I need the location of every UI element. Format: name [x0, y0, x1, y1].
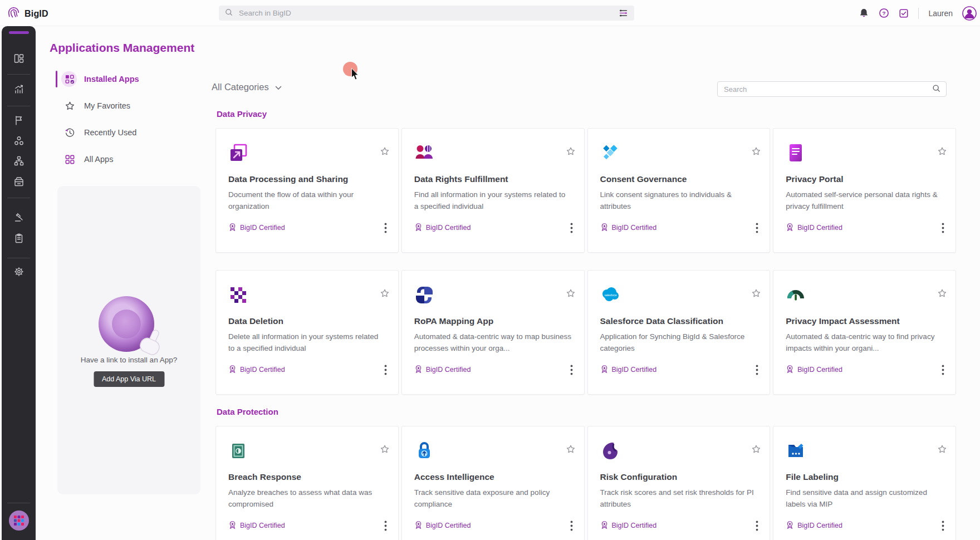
analytics-icon[interactable]: [13, 84, 24, 95]
favorite-star-icon[interactable]: [751, 146, 761, 156]
favorite-star-icon[interactable]: [751, 444, 761, 454]
favorite-star-icon[interactable]: [380, 444, 390, 454]
app-card[interactable]: Access IntelligenceTrack sensitive data …: [401, 426, 585, 540]
category-filter-label: All Categories: [212, 82, 269, 92]
app-card[interactable]: Data Processing and SharingDocument the …: [215, 128, 399, 253]
gavel-icon[interactable]: [13, 212, 24, 223]
install-prompt-text: Have a link to install an App?: [57, 356, 200, 364]
kebab-menu-icon[interactable]: [382, 222, 389, 237]
hierarchy-icon[interactable]: [13, 155, 24, 166]
apps-search-input[interactable]: [723, 85, 932, 94]
favorite-star-icon[interactable]: [566, 444, 576, 454]
ropa-mapping-icon: [414, 285, 434, 305]
favorite-star-icon[interactable]: [380, 146, 390, 156]
cluster-icon[interactable]: [13, 135, 24, 146]
app-card[interactable]: File LabelingFind sensitive data and ass…: [773, 426, 956, 540]
kebab-menu-icon[interactable]: [753, 519, 761, 534]
app-title: Data Rights Fulfillment: [414, 174, 574, 184]
app-title: Consent Governance: [600, 174, 760, 184]
sidebar-divider: [7, 503, 30, 503]
app-card[interactable]: Consent GovernanceLink consent signature…: [587, 128, 771, 253]
app-card[interactable]: Risk ConfigurationTrack risk scores and …: [587, 426, 771, 540]
certified-medal-icon: [228, 521, 237, 531]
notifications-bell-icon[interactable]: [859, 8, 869, 18]
certified-label: BigID Certified: [612, 224, 657, 232]
kebab-menu-icon[interactable]: [753, 364, 761, 379]
app-card[interactable]: salesforceSalesforce Data Classification…: [587, 270, 771, 395]
install-app-panel: Have a link to install an App? Add App V…: [57, 186, 200, 494]
filter-sliders-icon[interactable]: [619, 9, 629, 17]
kebab-menu-icon[interactable]: [568, 222, 575, 237]
add-app-via-url-button[interactable]: Add App Via URL: [94, 371, 164, 387]
app-card[interactable]: Data DeletionDelete all information in y…: [215, 270, 399, 395]
app-card[interactable]: Privacy Impact AssessmentAutomated & dat…: [773, 270, 956, 395]
kebab-menu-icon[interactable]: [568, 364, 575, 379]
kebab-menu-icon[interactable]: [382, 364, 389, 379]
favorite-star-icon[interactable]: [751, 288, 761, 298]
global-search-input[interactable]: [238, 8, 619, 18]
kebab-menu-icon[interactable]: [382, 519, 389, 534]
app-title: Privacy Portal: [786, 174, 945, 184]
sidebar-divider: [7, 106, 30, 106]
certified-medal-icon: [228, 365, 237, 375]
app-card-grid: Data Processing and SharingDocument the …: [215, 128, 956, 395]
tasks-icon[interactable]: [899, 8, 909, 18]
app-card[interactable]: Breach ResponseAnalyze breaches to asses…: [215, 426, 399, 540]
nav-item-all-apps[interactable]: All Apps: [56, 146, 196, 173]
archive-icon[interactable]: [13, 176, 24, 187]
kebab-menu-icon[interactable]: [568, 519, 575, 534]
topbar: BigID ? Lauren: [0, 0, 980, 26]
favorite-star-icon[interactable]: [566, 288, 576, 298]
app-card[interactable]: RoPA Mapping AppAutomated & data-centric…: [401, 270, 585, 395]
favorite-star-icon[interactable]: [937, 146, 947, 156]
certified-medal-icon: [786, 223, 794, 233]
user-avatar[interactable]: [962, 6, 977, 21]
app-description: Link consent signatures to individuals &…: [600, 189, 758, 213]
settings-icon[interactable]: [13, 266, 24, 277]
installed-apps-icon: [63, 73, 76, 85]
global-search[interactable]: [219, 6, 634, 21]
apps-search-box[interactable]: [717, 81, 947, 97]
app-card[interactable]: Privacy PortalAutomated self-service per…: [773, 128, 956, 253]
app-title: Data Processing and Sharing: [228, 174, 388, 184]
category-filter-dropdown[interactable]: All Categories: [212, 82, 282, 92]
risk-configuration-icon: [600, 441, 620, 461]
user-name[interactable]: Lauren: [928, 9, 953, 18]
nav-item-installed-apps[interactable]: Installed Apps: [56, 66, 196, 92]
privacy-impact-icon: [786, 285, 806, 305]
chevron-down-icon: [275, 82, 282, 92]
app-description: Find all information in your systems rel…: [414, 189, 572, 213]
apps-avatar-icon[interactable]: [8, 510, 30, 533]
clipboard-icon[interactable]: [13, 233, 24, 244]
access-intelligence-icon: [414, 441, 434, 461]
help-icon[interactable]: ?: [879, 8, 889, 18]
dashboard-icon[interactable]: [13, 53, 24, 64]
certified-label: BigID Certified: [612, 522, 657, 529]
favorite-star-icon[interactable]: [380, 288, 390, 298]
mouse-cursor-icon: [351, 68, 359, 80]
certified-medal-icon: [414, 521, 423, 531]
flag-icon[interactable]: [13, 115, 24, 126]
certified-medal-icon: [600, 223, 609, 233]
brand-logo[interactable]: BigID: [7, 6, 48, 22]
certified-label: BigID Certified: [426, 224, 471, 232]
certified-badge: BigID Certified: [414, 521, 471, 531]
kebab-menu-icon[interactable]: [939, 519, 947, 534]
favorite-star-icon[interactable]: [937, 288, 947, 298]
kebab-menu-icon[interactable]: [939, 222, 947, 237]
nav-item-my-favorites[interactable]: My Favorites: [56, 92, 196, 119]
kebab-menu-icon[interactable]: [939, 364, 947, 379]
certified-label: BigID Certified: [797, 366, 842, 374]
kebab-menu-icon[interactable]: [753, 222, 761, 237]
certified-badge: BigID Certified: [414, 365, 471, 375]
app-sections: Data PrivacyData Processing and SharingD…: [215, 109, 956, 540]
favorite-star-icon[interactable]: [566, 146, 576, 156]
nav-item-label: All Apps: [84, 155, 113, 164]
certified-badge: BigID Certified: [600, 223, 657, 233]
app-title: Breach Response: [228, 472, 388, 482]
favorite-star-icon[interactable]: [937, 444, 947, 454]
nav-item-recently-used[interactable]: Recently Used: [56, 119, 196, 146]
certified-medal-icon: [786, 365, 794, 375]
app-card[interactable]: Data Rights FulfillmentFind all informat…: [401, 128, 585, 253]
app-title: RoPA Mapping App: [414, 316, 574, 326]
